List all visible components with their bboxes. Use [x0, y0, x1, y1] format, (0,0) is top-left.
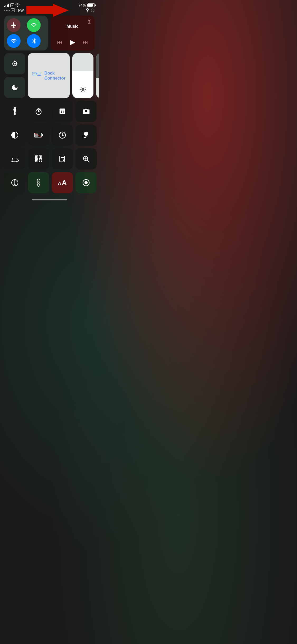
dock-connector-button[interactable]: Dock Connector: [28, 53, 70, 98]
calculator-button[interactable]: [52, 101, 73, 122]
cc-dock-area: Dock Connector: [28, 53, 70, 98]
carrier-s-icon: S: [11, 8, 15, 12]
magnifier-button[interactable]: [76, 148, 97, 169]
dock-connector-icon: [32, 71, 42, 80]
battery-icon: [87, 3, 95, 7]
svg-line-55: [15, 184, 16, 186]
brightness-icon: [79, 86, 86, 94]
svg-point-57: [38, 181, 39, 182]
status-bar: P S TFW 74%: [4, 0, 95, 13]
cc-row-1: Music ⏮ ▶ ⏭: [4, 16, 95, 50]
carrier-dots: [4, 10, 10, 11]
music-play-button[interactable]: ▶: [70, 38, 75, 46]
low-power-button[interactable]: [28, 125, 49, 146]
location-icon: [86, 8, 89, 12]
music-controls: ⏮ ▶ ⏭: [54, 38, 92, 47]
home-bar: [32, 199, 67, 200]
bluetooth-button[interactable]: [27, 34, 41, 48]
text-size-button[interactable]: A A: [52, 172, 73, 193]
svg-point-61: [37, 184, 38, 185]
notes-button[interactable]: [52, 148, 73, 169]
music-player-block[interactable]: Music ⏮ ▶ ⏭: [50, 16, 95, 50]
control-center: Music ⏮ ▶ ⏭: [4, 16, 95, 193]
svg-marker-11: [13, 109, 16, 112]
hearing-button[interactable]: [76, 125, 97, 146]
tv-remote-button[interactable]: [28, 172, 49, 193]
status-right: 74% 🎧: [78, 3, 95, 12]
airplane-mode-button[interactable]: [7, 18, 21, 32]
airplay-slider[interactable]: [96, 53, 99, 98]
cc-row-2: Dock Connector: [4, 53, 95, 98]
svg-rect-35: [40, 156, 41, 158]
svg-rect-40: [39, 161, 40, 162]
music-airplay-icon[interactable]: [86, 18, 92, 25]
carplay-button[interactable]: [4, 148, 25, 169]
qr-code-button[interactable]: [28, 148, 49, 169]
cc-row-5: [4, 148, 95, 169]
rotation-lock-button[interactable]: [4, 53, 25, 74]
screen-record-button[interactable]: [76, 172, 97, 193]
music-fastforward-button[interactable]: ⏭: [82, 39, 88, 46]
camera-button[interactable]: [76, 101, 97, 122]
svg-rect-39: [41, 159, 42, 160]
svg-rect-41: [41, 161, 42, 162]
svg-line-28: [64, 133, 65, 134]
do-not-disturb-button[interactable]: [4, 77, 25, 98]
svg-rect-4: [14, 61, 15, 62]
svg-rect-56: [37, 179, 40, 186]
timer-button[interactable]: [28, 101, 49, 122]
svg-point-3: [14, 63, 16, 65]
dark-mode-button[interactable]: [4, 125, 25, 146]
cc-row-4: [4, 125, 95, 146]
svg-point-31: [16, 161, 18, 162]
headphone-icon: 🎧: [91, 8, 95, 12]
svg-rect-21: [42, 134, 43, 136]
svg-point-60: [38, 183, 39, 184]
connectivity-block[interactable]: [4, 16, 48, 50]
svg-point-59: [39, 182, 40, 183]
svg-line-47: [87, 160, 89, 162]
svg-point-58: [37, 182, 38, 183]
svg-rect-16: [37, 108, 40, 109]
brightness-slider[interactable]: [72, 53, 93, 98]
svg-rect-37: [36, 160, 37, 162]
accessibility-button[interactable]: [4, 172, 25, 193]
cc-small-buttons: [4, 53, 25, 98]
parking-icon: P: [10, 3, 14, 7]
svg-rect-38: [39, 159, 40, 160]
cc-row-3: [4, 101, 95, 122]
svg-rect-33: [36, 156, 37, 158]
svg-rect-10: [14, 107, 16, 109]
svg-point-30: [12, 161, 13, 162]
wifi-status-icon: [15, 3, 20, 7]
svg-rect-6: [33, 73, 35, 74]
flashlight-button[interactable]: [4, 101, 25, 122]
svg-point-26: [62, 135, 63, 136]
cellular-button[interactable]: [27, 18, 41, 32]
carrier-name: TFW: [16, 8, 24, 12]
battery-percent: 74%: [78, 3, 86, 7]
svg-point-64: [84, 181, 88, 184]
music-title: Music: [54, 19, 92, 29]
home-indicator: [4, 196, 95, 203]
signal-bars: [4, 4, 9, 7]
music-rewind-button[interactable]: ⏮: [57, 39, 63, 46]
wifi-button[interactable]: [7, 34, 21, 48]
dock-connector-label: Dock Connector: [44, 71, 65, 81]
clock-button[interactable]: [52, 125, 73, 146]
svg-line-27: [60, 133, 61, 134]
svg-rect-12: [14, 112, 16, 115]
cc-row-6: A A: [4, 172, 95, 193]
svg-point-62: [39, 184, 40, 185]
status-left: P S TFW: [4, 3, 24, 12]
svg-rect-8: [38, 74, 40, 75]
